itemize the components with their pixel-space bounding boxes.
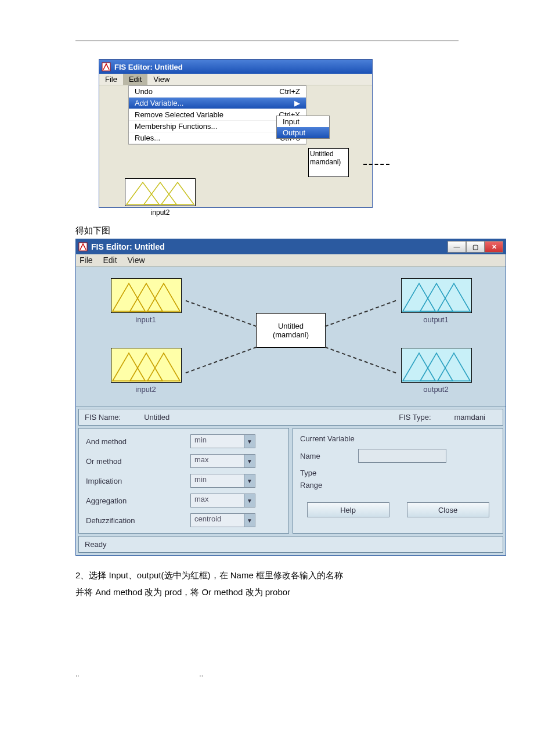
rules-box[interactable]: Untitled mamdani) [308,148,349,177]
menu-rules-label: Rules... [135,134,160,142]
output1-block[interactable]: output1 [401,278,471,324]
and-method-select[interactable]: min ▼ [190,434,255,448]
submenu-output[interactable]: Output [277,127,329,138]
rules-title: Untitled [310,150,347,158]
minimize-button[interactable]: — [448,241,466,253]
and-method-value: min [191,435,244,448]
current-variable-heading: Current Variable [300,434,496,443]
fis-editor-window-small: FIS Editor: Untitled File Edit View Undo… [99,59,373,208]
menu-file[interactable]: File [99,74,123,85]
or-method-value: max [191,455,244,467]
footer-dots: .. .. [75,670,459,678]
fis-info-row: FIS Name: Untitled FIS Type: mamdani [78,409,503,426]
menu-add-variable-label: Add Variable... [135,99,183,107]
menu-view[interactable]: View [127,255,145,265]
dropdown-arrow-icon: ▼ [244,435,255,448]
menu-view[interactable]: View [147,74,175,85]
instruction-line-2: 并将 And method 改为 prod，将 Or method 改为 pro… [75,584,459,601]
menu-bar: File Edit View [76,254,506,267]
status-bar: Ready [78,536,503,553]
var-name-label: Name [300,452,358,460]
maximize-button[interactable]: ▢ [466,241,485,253]
or-method-select[interactable]: max ▼ [190,454,255,468]
connector [325,300,396,327]
menu-file[interactable]: File [80,255,93,265]
input2-label: input2 [117,208,204,217]
instruction-text: 2、选择 Input、output(选中为红框)，在 Name 框里修改各输入的… [75,567,459,600]
title-bar[interactable]: FIS Editor: Untitled [99,60,372,74]
close-button[interactable]: ✕ [485,241,503,253]
menu-add-variable[interactable]: Add Variable... ▶ [129,98,306,109]
output1-plot [401,278,472,313]
close-button-label: Close [438,506,457,514]
menu-bar: File Edit View [99,74,372,85]
output2-block[interactable]: output2 [401,348,471,394]
help-button[interactable]: Help [307,502,389,517]
connector [186,347,257,373]
dropdown-arrow-icon: ▼ [244,455,255,467]
dropdown-arrow-icon: ▼ [244,514,255,527]
input2-label: input2 [111,385,181,394]
window-controls: — ▢ ✕ [448,241,503,253]
menu-undo-label: Undo [135,87,153,96]
dashed-connector [363,164,389,165]
rules-type: mamdani) [310,158,347,166]
var-name-input[interactable] [358,449,446,463]
app-icon [78,242,88,251]
implication-label: Implication [86,477,190,485]
or-method-label: Or method [86,457,190,466]
methods-panel: And method min ▼ Or method max ▼ Implica… [78,428,289,534]
input2-block[interactable]: input2 [111,348,181,394]
aggregation-label: Aggregation [86,496,190,505]
app-icon [102,62,111,71]
close-button[interactable]: Close [407,502,489,517]
aggregation-select[interactable]: max ▼ [190,494,255,507]
rules-center-box[interactable]: Untitled (mamdani) [256,313,326,348]
submenu-arrow-icon: ▶ [293,99,300,107]
input2-plot [111,348,182,383]
footer-dot: .. [199,670,203,678]
defuzz-value: centroid [191,514,244,527]
dropdown-arrow-icon: ▼ [244,494,255,507]
connector [186,300,257,327]
menu-undo-shortcut: Ctrl+Z [279,87,300,96]
top-rule [75,41,459,42]
fis-type-value: mamdani [454,413,485,422]
defuzz-select[interactable]: centroid ▼ [190,513,255,527]
implication-value: min [191,474,244,487]
menu-mf-label: Membership Functions... [135,122,217,131]
submenu-input[interactable]: Input [277,116,329,127]
input1-label: input1 [111,315,181,324]
fis-editor-window-large: FIS Editor: Untitled — ▢ ✕ File Edit Vie… [75,239,506,556]
fis-diagram: input1 input2 Untitled (mamdani) output1 [76,267,506,406]
center-name: Untitled [257,322,325,330]
aggregation-value: max [191,494,244,507]
and-method-label: And method [86,437,190,446]
caption-text: 得如下图 [75,225,459,236]
output2-label: output2 [401,385,471,394]
defuzz-label: Defuzzification [86,516,190,525]
dropdown-arrow-icon: ▼ [244,474,255,487]
status-text: Ready [85,540,107,549]
current-variable-panel: Current Variable Name Type Range Help Cl… [293,428,503,534]
fis-name-value: Untitled [144,413,169,422]
menu-edit[interactable]: Edit [103,255,117,265]
input1-plot [111,278,182,313]
input2-block[interactable]: input2 [117,178,204,217]
fis-type-label: FIS Type: [399,413,431,422]
fis-name-label: FIS Name: [85,413,121,422]
output1-label: output1 [401,315,471,324]
var-range-label: Range [300,481,496,489]
window-title: FIS Editor: Untitled [91,242,165,251]
title-bar[interactable]: FIS Editor: Untitled — ▢ ✕ [76,239,506,254]
implication-select[interactable]: min ▼ [190,474,255,488]
input1-block[interactable]: input1 [111,278,181,324]
help-button-label: Help [340,506,356,514]
output2-plot [401,348,472,383]
menu-edit[interactable]: Edit [123,74,147,85]
connector [325,347,396,373]
footer-dot: .. [75,670,80,678]
input2-plot [125,178,196,206]
window-title: FIS Editor: Untitled [114,63,183,71]
menu-undo[interactable]: Undo Ctrl+Z [129,86,306,98]
